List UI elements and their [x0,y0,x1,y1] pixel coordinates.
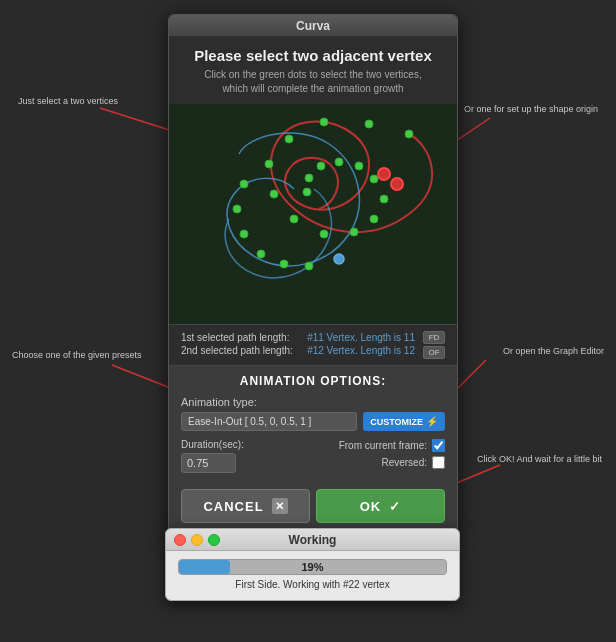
from-current-row: From current frame: [339,439,445,452]
first-path-label: 1st selected path length: [181,332,289,343]
duration-input[interactable] [181,453,236,473]
params-row: Duration(sec): From current frame: Rever… [181,439,445,473]
svg-point-8 [365,120,373,128]
ok-label: OK [360,499,382,514]
duration-label: Duration(sec): [181,439,244,450]
window-controls [174,534,220,546]
animation-type-label: Animation type: [181,396,445,408]
svg-point-32 [305,262,313,270]
svg-point-17 [380,195,388,203]
close-button[interactable] [174,534,186,546]
canvas-area[interactable] [169,104,457,324]
cancel-label: CANCEL [203,499,263,514]
path-row-second: 2nd selected path length: #12 Vertex. Le… [181,345,415,356]
svg-point-18 [370,175,378,183]
header-subtitle: Click on the green dots to select the tw… [181,68,445,96]
svg-point-25 [391,178,403,190]
annotation-bottom-right: Click OK! And wait for a little bit [477,454,602,466]
svg-point-13 [290,215,298,223]
svg-point-14 [320,230,328,238]
from-current-checkbox[interactable] [432,439,445,452]
header-title: Please select two adjacent vertex [181,47,445,64]
animation-type-select[interactable]: Ease-In-Out [ 0.5, 0, 0.5, 1 ] Linear [ … [181,412,357,431]
customize-button[interactable]: CUSTOMIZE ⚡ [363,412,445,431]
customize-icon: ⚡ [426,416,438,427]
first-path-value: #11 Vertex. Length is 11 [307,332,415,343]
reversed-label: Reversed: [381,457,427,468]
path-btn-of[interactable]: OF [423,346,445,359]
annotation-middle-right: Or open the Graph Editor [503,346,604,358]
svg-point-16 [370,215,378,223]
working-status: First Side. Working with #22 vertex [178,579,447,590]
svg-point-19 [355,162,363,170]
customize-label: CUSTOMIZE [370,417,423,427]
svg-point-11 [265,160,273,168]
svg-point-7 [405,130,413,138]
svg-point-24 [378,168,390,180]
svg-point-28 [233,205,241,213]
header-section: Please select two adjacent vertex Click … [169,37,457,104]
svg-point-30 [257,250,265,258]
checkboxes-group: From current frame: Reversed: [339,439,445,469]
maximize-button[interactable] [208,534,220,546]
buttons-row: CANCEL ✕ OK ✓ [169,489,457,533]
svg-point-31 [280,260,288,268]
duration-group: Duration(sec): [181,439,244,473]
cancel-x-icon: ✕ [272,498,288,514]
svg-point-9 [320,118,328,126]
svg-point-20 [335,158,343,166]
animation-options-title: ANIMATION OPTIONS: [181,374,445,388]
from-current-label: From current frame: [339,440,427,451]
svg-point-21 [317,162,325,170]
working-window: Working 19% First Side. Working with #22… [165,528,460,601]
progress-percent: 19% [301,561,323,573]
reversed-checkbox[interactable] [432,456,445,469]
progress-bar-fill [179,560,230,574]
window-title: Curva [296,19,330,33]
svg-point-23 [303,188,311,196]
progress-bar-container: 19% [178,559,447,575]
ok-button[interactable]: OK ✓ [316,489,445,523]
reversed-row: Reversed: [381,456,445,469]
svg-point-22 [305,174,313,182]
ok-check-icon: ✓ [389,499,401,514]
animation-section: ANIMATION OPTIONS: Animation type: Ease-… [169,366,457,489]
animation-type-row: Ease-In-Out [ 0.5, 0, 0.5, 1 ] Linear [ … [181,412,445,431]
svg-line-3 [456,360,486,390]
minimize-button[interactable] [191,534,203,546]
second-path-label: 2nd selected path length: [181,345,293,356]
path-row-first: 1st selected path length: #11 Vertex. Le… [181,332,415,343]
annotation-top-right: Or one for set up the shape origin [464,104,598,116]
svg-point-29 [240,230,248,238]
annotation-top-left: Just select a two vertices [18,96,118,108]
cancel-button[interactable]: CANCEL ✕ [181,489,310,523]
working-title-bar: Working [166,529,459,551]
working-title: Working [289,533,337,547]
svg-point-27 [240,180,248,188]
path-info: 1st selected path length: #11 Vertex. Le… [169,324,457,366]
svg-point-15 [350,228,358,236]
svg-point-10 [285,135,293,143]
svg-point-12 [270,190,278,198]
annotation-middle-left: Choose one of the given presets [12,350,142,362]
title-bar: Curva [169,15,457,37]
canvas-svg [169,104,457,324]
second-path-value: #12 Vertex. Length is 12 [307,345,415,356]
path-btn-fd[interactable]: FD [423,331,445,344]
working-body: 19% First Side. Working with #22 vertex [166,551,459,600]
svg-point-26 [334,254,344,264]
main-window: Curva Please select two adjacent vertex … [168,14,458,534]
